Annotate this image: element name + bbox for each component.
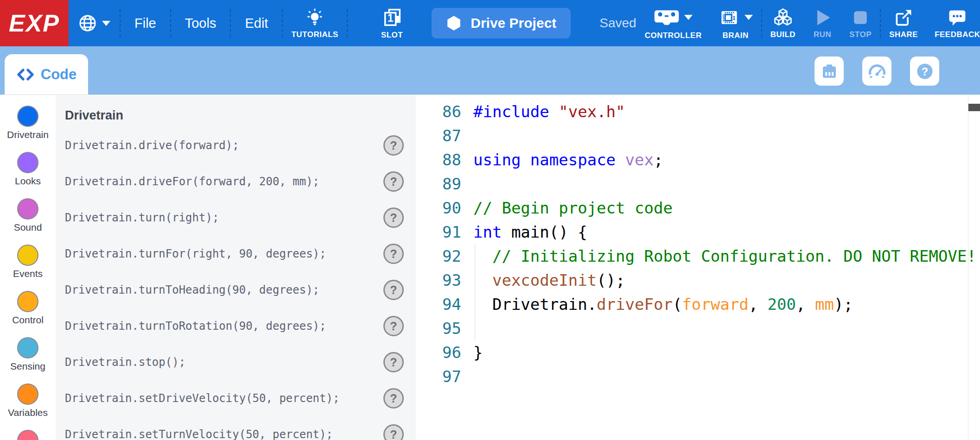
help-button[interactable]: ? — [910, 57, 939, 86]
code-line: 90 // Begin project code — [416, 196, 980, 220]
command-help-button[interactable]: ? — [383, 171, 404, 192]
command-row[interactable]: Drivetrain.turnToHeading(90, degrees); ? — [56, 272, 416, 308]
token-plain: ; — [654, 151, 663, 169]
device-info-button[interactable] — [815, 57, 844, 86]
code-line: 94 Drivetrain.driveFor(forward, 200, mm)… — [416, 292, 980, 316]
stop-icon — [850, 7, 871, 28]
build-cubes-icon — [773, 7, 793, 28]
line-text: // Initializing Robot Configuration. DO … — [473, 247, 976, 265]
command-row[interactable]: Drivetrain.setDriveVelocity(50, percent)… — [56, 380, 416, 416]
sidebar-item-events[interactable]: Events — [0, 245, 56, 291]
token-ns: vex — [625, 151, 654, 169]
token-func: driveFor — [597, 295, 673, 314]
run-button[interactable]: RUN — [804, 0, 841, 46]
sidebar-item-more[interactable] — [0, 430, 56, 440]
language-selector[interactable] — [69, 0, 120, 46]
command-palette: Drivetrain Drivetrain.drive(forward); ? … — [56, 95, 416, 440]
menu-tools[interactable]: Tools — [171, 0, 230, 46]
token-num: 200 — [768, 295, 796, 314]
share-button[interactable]: SHARE — [881, 0, 926, 46]
line-text: int main() { — [473, 223, 587, 241]
token-plain: } — [473, 343, 483, 362]
stop-button[interactable]: STOP — [841, 0, 880, 46]
command-help-button[interactable]: ? — [383, 135, 404, 156]
token-kw: using — [473, 151, 521, 169]
feedback-button[interactable]: FEEDBACK — [926, 0, 980, 46]
line-number: 88 — [416, 151, 473, 169]
sidebar-item-looks[interactable]: Looks — [0, 152, 56, 198]
code-line: 95 — [416, 316, 980, 340]
command-help-button[interactable]: ? — [383, 280, 404, 300]
project-name-button[interactable]: Drive Project — [432, 8, 571, 38]
command-row[interactable]: Drivetrain.turnToRotation(90, degrees); … — [56, 308, 416, 344]
token-plain: (); — [597, 271, 625, 289]
command-list: Drivetrain.drive(forward); ? Drivetrain.… — [56, 127, 416, 440]
palette-header: Drivetrain — [65, 108, 416, 123]
menu-edit[interactable]: Edit — [231, 0, 282, 46]
token-plain: Drivetrain. — [473, 295, 597, 314]
controller-button[interactable]: CONTROLLER — [636, 0, 710, 46]
brain-button[interactable]: BRAIN — [710, 0, 761, 46]
line-number: 93 — [416, 271, 473, 289]
tutorials-button[interactable]: TUTORIALS — [283, 0, 346, 46]
sidebar-item-sound[interactable]: Sound — [0, 198, 56, 245]
line-number: 91 — [416, 223, 473, 241]
command-help-button[interactable]: ? — [383, 316, 404, 336]
code-editor[interactable]: 86 #include "vex.h" 87 88 using namespac… — [416, 95, 980, 440]
slot-icon: 1 — [382, 7, 403, 28]
divider — [347, 9, 348, 37]
build-button[interactable]: BUILD — [762, 0, 804, 46]
command-row[interactable]: Drivetrain.turn(right); ? — [56, 200, 416, 236]
tab-code-label: Code — [41, 66, 77, 83]
tutorials-label: TUTORIALS — [291, 30, 338, 39]
category-label: Control — [12, 314, 44, 326]
command-help-button[interactable]: ? — [383, 244, 404, 264]
code-line: 97 — [416, 365, 980, 389]
command-help-button[interactable]: ? — [383, 388, 404, 409]
chevron-down-icon — [745, 15, 753, 20]
menu-file[interactable]: File — [121, 0, 170, 46]
command-text: Drivetrain.stop(); — [65, 356, 383, 369]
command-help-button[interactable]: ? — [383, 352, 404, 372]
project-name: Drive Project — [471, 15, 556, 31]
slot-selector[interactable]: 1 SLOT — [373, 0, 411, 46]
stop-label: STOP — [849, 30, 872, 39]
sidebar-item-drivetrain[interactable]: Drivetrain — [0, 106, 56, 152]
sidebar-item-variables[interactable]: Variables — [0, 383, 56, 430]
category-circle — [17, 430, 38, 440]
command-row[interactable]: Drivetrain.setTurnVelocity(50, percent);… — [56, 416, 416, 440]
command-text: Drivetrain.drive(forward); — [65, 139, 383, 152]
line-number: 94 — [416, 295, 473, 314]
category-label: Drivetrain — [7, 129, 49, 140]
command-help-button[interactable]: ? — [383, 207, 404, 228]
sidebar-item-sensing[interactable]: Sensing — [0, 337, 56, 383]
command-row[interactable]: Drivetrain.turnFor(right, 90, degrees); … — [56, 236, 416, 272]
build-label: BUILD — [770, 30, 795, 39]
command-help-button[interactable]: ? — [383, 424, 404, 440]
category-circle — [17, 106, 38, 127]
feedback-bubble-icon — [947, 7, 967, 28]
code-line: 87 — [416, 124, 980, 148]
command-text: Drivetrain.setTurnVelocity(50, percent); — [65, 428, 383, 440]
line-number: 90 — [416, 199, 473, 217]
token-kw: namespace — [530, 151, 616, 169]
top-menu-bar: EXP File Tools Edit — [0, 0, 980, 46]
chevron-down-icon — [684, 15, 693, 20]
token-plain — [521, 151, 530, 169]
category-label: Sensing — [10, 361, 45, 372]
command-row[interactable]: Drivetrain.drive(forward); ? — [56, 127, 416, 163]
sidebar-item-control[interactable]: Control — [0, 291, 56, 337]
token-plain: , — [749, 295, 768, 314]
category-circle — [17, 383, 38, 405]
command-text: Drivetrain.turnFor(right, 90, degrees); — [65, 247, 383, 260]
command-row[interactable]: Drivetrain.driveFor(forward, 200, mm); ? — [56, 163, 416, 200]
tab-code[interactable]: Code — [5, 54, 88, 94]
token-const: mm — [815, 295, 834, 314]
token-plain: ( — [673, 295, 682, 314]
dashboard-button[interactable] — [862, 57, 891, 86]
code-line: 92 // Initializing Robot Configuration. … — [416, 244, 980, 268]
command-text: Drivetrain.turn(right); — [65, 211, 383, 224]
share-label: SHARE — [889, 30, 918, 39]
scrollbar-thumb[interactable] — [968, 104, 980, 111]
command-row[interactable]: Drivetrain.stop(); ? — [56, 344, 416, 380]
